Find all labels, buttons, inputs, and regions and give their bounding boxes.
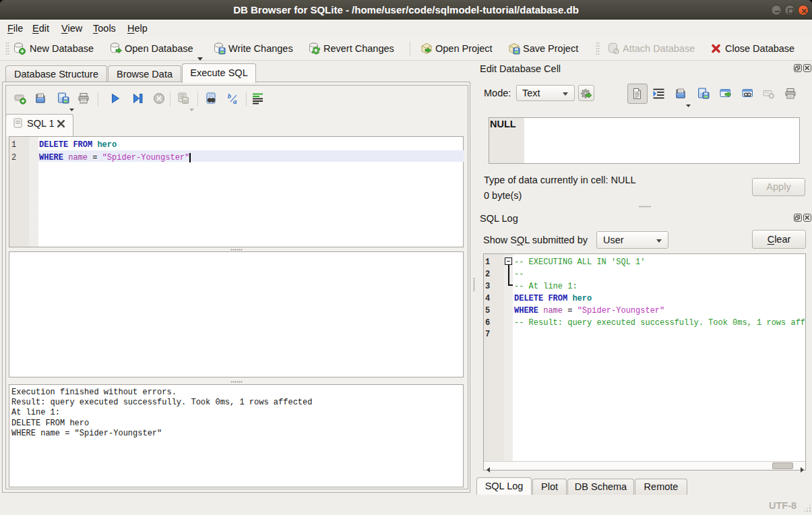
svg-text:b: b: [228, 92, 231, 100]
